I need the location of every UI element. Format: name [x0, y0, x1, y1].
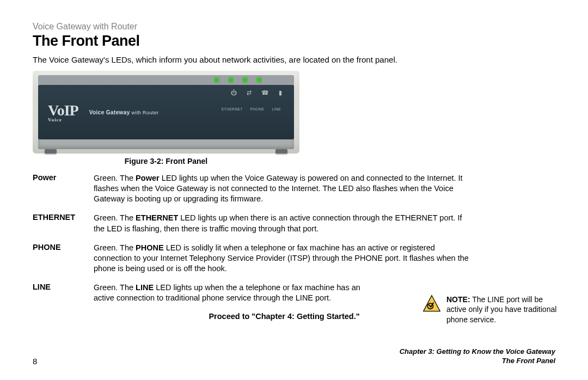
page-footer: 8 Chapter 3: Getting to Know the Voice G…	[33, 347, 555, 366]
footer-chapter-info: Chapter 3: Getting to Know the Voice Gat…	[400, 347, 555, 366]
device-face: VoIP Voice Voice Gateway with Router ⏻ ⇄…	[38, 85, 294, 139]
intro-paragraph: The Voice Gateway's LEDs, which inform y…	[33, 55, 555, 64]
series-title: Voice Gateway with Router	[33, 22, 555, 32]
led-indicator	[229, 78, 233, 82]
device-logo-text: VoIP	[48, 102, 78, 119]
device-top-strip	[38, 75, 294, 85]
def-term-ethernet: ETHERNET	[33, 213, 94, 234]
device-subtitle-thin: with Router	[130, 110, 159, 115]
def-term-line: LINE	[33, 283, 94, 303]
definition-row: Power Green. The Power LED lights up whe…	[33, 173, 555, 204]
note-text: NOTE: The LINE port will be active only …	[446, 295, 559, 324]
definition-row: PHONE Green. The PHONE LED is solidly li…	[33, 243, 555, 274]
def-text: Green. The	[94, 283, 136, 292]
def-text: Green. The	[94, 213, 136, 222]
footer-chapter: Chapter 3: Getting to Know the Voice Gat…	[400, 347, 555, 357]
warning-icon	[422, 295, 441, 313]
def-bold: Power	[136, 174, 160, 182]
phone-icon: ☎	[261, 89, 269, 96]
def-bold: LINE	[136, 283, 154, 292]
def-desc-ethernet: Green. The ETHERNET LED lights up when t…	[94, 213, 475, 234]
figure-caption: Figure 3-2: Front Panel	[33, 157, 299, 166]
led-indicator	[257, 78, 261, 82]
def-text: Green. The	[94, 174, 136, 182]
note-label: NOTE:	[446, 295, 470, 304]
page-number: 8	[33, 357, 37, 366]
port-label: PHONE	[250, 107, 265, 111]
line-icon: ▮	[279, 89, 282, 96]
definition-list: Power Green. The Power LED lights up whe…	[33, 173, 555, 303]
device-photo: VoIP Voice Voice Gateway with Router ⏻ ⇄…	[33, 71, 299, 154]
device-foot	[275, 149, 287, 154]
note-callout: NOTE: The LINE port will be active only …	[422, 295, 559, 324]
led-indicator	[215, 78, 219, 82]
device-foot	[45, 149, 57, 154]
def-bold: PHONE	[136, 243, 164, 252]
led-indicator	[243, 78, 247, 82]
footer-section: The Front Panel	[400, 357, 555, 366]
ethernet-icon: ⇄	[247, 89, 252, 96]
device-logo: VoIP Voice	[48, 102, 78, 122]
def-desc-power: Green. The Power LED lights up when the …	[94, 173, 475, 204]
def-term-phone: PHONE	[33, 243, 94, 274]
def-term-power: Power	[33, 173, 94, 204]
definition-row: ETHERNET Green. The ETHERNET LED lights …	[33, 213, 555, 234]
proceed-link: Proceed to "Chapter 4: Getting Started."	[94, 312, 475, 321]
device-subtitle: Voice Gateway with Router	[89, 109, 159, 115]
device-port-icons: ⏻ ⇄ ☎ ▮ ETHERNET PHONE LINE	[222, 89, 282, 111]
page-heading: The Front Panel	[33, 33, 555, 50]
def-bold: ETHERNET	[136, 213, 178, 222]
def-desc-phone: Green. The PHONE LED is solidly lit when…	[94, 243, 475, 274]
device-bottom-strip	[38, 139, 294, 149]
device-subtitle-bold: Voice Gateway	[89, 109, 130, 115]
document-page: Voice Gateway with Router The Front Pane…	[0, 0, 588, 380]
power-icon: ⏻	[231, 89, 237, 96]
port-label: LINE	[272, 107, 281, 111]
def-desc-line: Green. The LINE LED lights up when the a…	[94, 283, 377, 303]
def-text: Green. The	[94, 243, 136, 252]
port-label: ETHERNET	[222, 107, 243, 111]
